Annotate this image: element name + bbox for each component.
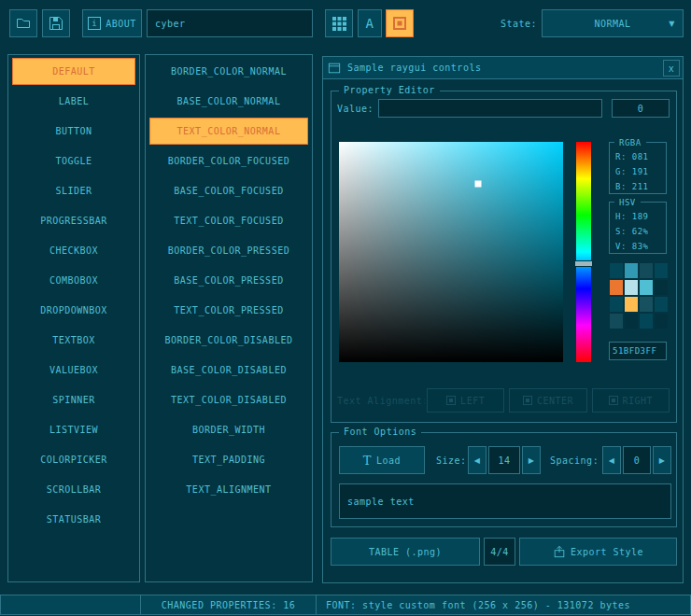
font-spacing-decrease-button[interactable]: ◀ (602, 446, 621, 474)
statusbar-font-info: FONT: style custom font (256 x 256) - 13… (316, 595, 691, 615)
alignment-button[interactable]: CENTER (509, 388, 586, 413)
properties-list-item[interactable]: TEXT_COLOR_FOCUSED (149, 207, 308, 234)
color-picker-panel[interactable] (339, 142, 563, 362)
style-color-swatch[interactable] (610, 314, 623, 329)
style-color-swatch[interactable] (655, 314, 668, 329)
properties-list-item[interactable]: BORDER_COLOR_PRESSED (149, 237, 308, 264)
properties-list-item[interactable]: BORDER_WIDTH (149, 416, 308, 443)
style-color-swatch[interactable] (640, 314, 653, 329)
style-color-swatch[interactable] (610, 263, 623, 278)
style-color-swatch[interactable] (640, 263, 653, 278)
about-button[interactable]: i ABOUT (82, 9, 142, 37)
controls-list-item[interactable]: LISTVIEW (12, 416, 135, 443)
export-icon (553, 545, 566, 558)
controls-list-item[interactable]: SLIDER (12, 177, 135, 204)
controls-list: DEFAULT LABEL BUTTON TOGGLE SLIDER PROGR… (7, 54, 140, 582)
controls-list-item[interactable]: PROGRESSBAR (12, 207, 135, 234)
window-close-button[interactable]: x (663, 60, 680, 77)
font-spacing-increase-button[interactable]: ▶ (653, 446, 671, 474)
load-font-label: Load (376, 455, 401, 466)
properties-list-item[interactable]: TEXT_COLOR_DISABLED (149, 386, 308, 413)
properties-list-item[interactable]: BORDER_COLOR_FOCUSED (149, 147, 308, 175)
alignment-button[interactable]: RIGHT (592, 388, 670, 413)
statusbar-left (0, 595, 141, 615)
value-input[interactable] (378, 99, 602, 118)
hue-slider[interactable] (576, 142, 591, 362)
save-style-button[interactable] (42, 9, 70, 37)
hex-color-input[interactable] (609, 342, 667, 360)
grid-icon (332, 17, 346, 31)
rguistyler-app: i ABOUT A State: NORMAL ▼ DEFAULT LABEL (0, 0, 691, 616)
rgba-box: RGBA R: 081 G: 191 B: 211 (609, 142, 667, 194)
properties-list-item[interactable]: BASE_COLOR_PRESSED (149, 267, 308, 294)
properties-list-item[interactable]: BORDER_COLOR_DISABLED (149, 327, 308, 354)
properties-list-item[interactable]: TEXT_ALIGNMENT (149, 476, 308, 503)
controls-list-item[interactable]: VALUEBOX (12, 357, 135, 384)
load-font-button[interactable]: T Load (339, 446, 425, 474)
value-count-box[interactable]: 0 (612, 99, 670, 118)
controls-list-item[interactable]: COMBOBOX (12, 267, 135, 294)
controls-list-item[interactable]: LABEL (12, 88, 135, 115)
style-color-swatch[interactable] (625, 314, 638, 329)
properties-list-item[interactable]: BASE_COLOR_DISABLED (149, 357, 308, 384)
style-name-input[interactable] (147, 9, 313, 37)
hsv-value: S: 62% (610, 224, 666, 239)
window-icon (328, 62, 341, 75)
style-color-swatch[interactable] (640, 297, 653, 312)
style-color-swatch[interactable] (610, 280, 623, 295)
export-style-button[interactable]: Export Style (519, 538, 677, 566)
style-color-swatch[interactable] (655, 280, 668, 295)
properties-list-item[interactable]: BASE_COLOR_NORMAL (149, 88, 308, 115)
font-settings-button[interactable]: A (358, 9, 382, 37)
font-spacing-value[interactable]: 0 (623, 446, 651, 474)
text-alignment-buttons: LEFT CENTER RIGHT (427, 388, 670, 413)
controls-list-item[interactable]: SPINNER (12, 386, 135, 413)
font-spacing-label: Spacing: (550, 446, 599, 474)
state-label: State: (486, 9, 537, 37)
controls-list-item[interactable]: DROPDOWNBOX (12, 297, 135, 324)
color-panel-toggle-button[interactable] (386, 9, 414, 37)
alignment-button[interactable]: LEFT (427, 388, 504, 413)
style-table-button[interactable] (325, 9, 353, 37)
alignment-button-label: RIGHT (623, 396, 654, 406)
style-color-swatch[interactable] (625, 280, 638, 295)
properties-list-item[interactable]: BORDER_COLOR_NORMAL (149, 58, 308, 85)
style-color-swatch[interactable] (610, 297, 623, 312)
color-picker-cursor[interactable] (474, 180, 481, 187)
style-color-swatch[interactable] (655, 263, 668, 278)
font-size-decrease-button[interactable]: ◀ (468, 446, 487, 474)
sample-text-input[interactable] (339, 483, 671, 519)
state-dropdown[interactable]: NORMAL ▼ (542, 9, 684, 37)
alignment-icon (523, 396, 532, 405)
controls-list-item[interactable]: TEXTBOX (12, 327, 135, 354)
info-icon: i (88, 17, 101, 30)
hsv-value: H: 189 (610, 209, 666, 224)
style-color-swatch[interactable] (625, 263, 638, 278)
properties-list-item[interactable]: TEXT_COLOR_PRESSED (149, 297, 308, 324)
properties-list-item[interactable]: TEXT_PADDING (149, 446, 308, 473)
window-body: Property Editor Value: 0 RGBA (323, 79, 683, 582)
about-button-label: ABOUT (106, 19, 136, 29)
chevron-down-icon: ▼ (669, 10, 675, 36)
letter-a-icon: A (366, 16, 374, 31)
controls-list-item[interactable]: STATUSBAR (12, 506, 135, 533)
load-style-button[interactable] (9, 9, 37, 37)
controls-list-item[interactable]: BUTTON (12, 118, 135, 145)
statusbar-changed-properties: CHANGED PROPERTIES: 16 (140, 595, 317, 615)
controls-list-item[interactable]: CHECKBOX (12, 237, 135, 264)
style-color-swatch[interactable] (655, 297, 668, 312)
properties-list-item[interactable]: BASE_COLOR_FOCUSED (149, 177, 308, 204)
properties-list-item[interactable]: TEXT_COLOR_NORMAL (149, 118, 308, 145)
controls-list-item[interactable]: TOGGLE (12, 147, 135, 175)
hue-slider-handle[interactable] (574, 260, 593, 267)
table-png-button[interactable]: TABLE (.png) (331, 538, 480, 566)
controls-list-item[interactable]: SCROLLBAR (12, 476, 135, 503)
style-color-swatch[interactable] (625, 297, 638, 312)
font-size-increase-button[interactable]: ▶ (522, 446, 541, 474)
window-titlebar[interactable]: Sample raygui controls x (323, 57, 683, 79)
export-style-label: Export Style (571, 547, 643, 557)
controls-list-item[interactable]: COLORPICKER (12, 446, 135, 473)
style-color-swatch[interactable] (640, 280, 653, 295)
font-size-value[interactable]: 14 (488, 446, 520, 474)
controls-list-item[interactable]: DEFAULT (12, 58, 135, 85)
